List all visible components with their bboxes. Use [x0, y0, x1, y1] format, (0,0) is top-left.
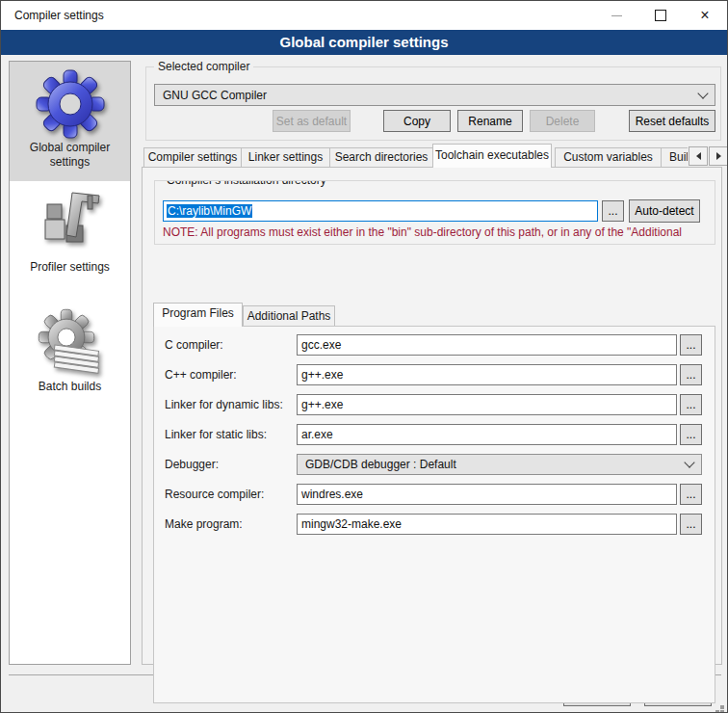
selected-compiler-group: Selected compiler GNU GCC Compiler Set a… — [145, 66, 721, 141]
tab-search-directories[interactable]: Search directories — [329, 147, 433, 168]
debugger-select-value: GDB/CDB debugger : Default — [305, 458, 686, 471]
compiler-select[interactable]: GNU GCC Compiler — [154, 84, 715, 106]
tab-compiler-settings[interactable]: Compiler settings — [143, 147, 242, 168]
subtab-program-files[interactable]: Program Files — [153, 303, 243, 327]
dynamic-linker-input[interactable] — [297, 394, 677, 415]
field-label: Make program: — [165, 517, 243, 531]
blue-gear-icon — [34, 67, 107, 141]
resize-grip[interactable] — [720, 705, 724, 709]
field-label: Linker for static libs: — [165, 428, 267, 441]
resource-compiler-browse-button[interactable]: ... — [680, 484, 702, 505]
maximize-icon — [655, 10, 666, 21]
chevron-down-icon — [684, 457, 694, 467]
dialog-header: Global compiler settings — [1, 30, 727, 55]
field-label: Resource compiler: — [165, 488, 264, 501]
minimize-button[interactable] — [594, 1, 638, 30]
maximize-button[interactable] — [638, 1, 683, 30]
subtab-additional-paths[interactable]: Additional Paths — [243, 305, 335, 327]
category-label: Global compiler settings — [10, 141, 130, 170]
tab-scroll-right-button[interactable] — [709, 146, 728, 166]
cpp-compiler-input[interactable] — [297, 364, 677, 385]
minimize-icon — [611, 15, 622, 16]
field-label: Debugger: — [165, 458, 219, 471]
field-row-static-linker: Linker for static libs: ... — [154, 424, 715, 445]
c-compiler-browse-button[interactable]: ... — [680, 334, 702, 356]
tab-scroll-left-button[interactable] — [689, 146, 708, 166]
debugger-select[interactable]: GDB/CDB debugger : Default — [297, 454, 702, 475]
install-dir-selected-text: C:\raylib\MinGW — [167, 204, 252, 218]
resource-compiler-input[interactable] — [297, 484, 677, 505]
field-row-make-program: Make program: ... — [154, 514, 715, 535]
reset-defaults-button[interactable]: Reset defaults — [629, 110, 715, 132]
category-label: Batch builds — [10, 380, 130, 394]
dialog-header-title: Global compiler settings — [279, 34, 448, 50]
profiler-caliper-icon — [34, 187, 107, 260]
category-label: Profiler settings — [10, 260, 130, 275]
arrow-right-icon — [716, 152, 721, 160]
installation-directory-group: Compiler's installation directory C:\ray… — [154, 180, 715, 245]
delete-button[interactable]: Delete — [530, 110, 595, 132]
category-batch-builds[interactable]: Batch builds — [10, 301, 130, 420]
close-button[interactable]: × — [683, 1, 727, 30]
group-label: Selected compiler — [154, 60, 253, 73]
field-label: C++ compiler: — [165, 368, 237, 382]
field-row-c-compiler: C compiler: ... — [154, 334, 715, 356]
compiler-settings-window: Compiler settings × Global compiler sett… — [0, 0, 728, 713]
auto-detect-button[interactable]: Auto-detect — [629, 199, 700, 223]
tab-custom-variables[interactable]: Custom variables — [555, 147, 662, 168]
program-files-panel: C compiler: ... C++ compiler: ... Linker… — [153, 326, 715, 703]
field-row-debugger: Debugger: GDB/CDB debugger : Default — [154, 454, 715, 475]
toolchain-executables-panel: Compiler's installation directory C:\ray… — [142, 167, 722, 665]
batch-builds-gear-icon — [34, 306, 107, 380]
field-row-dynamic-linker: Linker for dynamic libs: ... — [154, 394, 715, 415]
static-linker-browse-button[interactable]: ... — [680, 424, 702, 445]
dialog-body: Global compiler settings — [1, 55, 727, 712]
settings-category-list: Global compiler settings — [9, 61, 131, 665]
category-global-compiler-settings[interactable]: Global compiler settings — [10, 62, 130, 181]
copy-button[interactable]: Copy — [383, 110, 451, 132]
titlebar: Compiler settings × — [1, 1, 727, 30]
category-profiler-settings[interactable]: Profiler settings — [10, 181, 130, 301]
dynamic-linker-browse-button[interactable]: ... — [680, 394, 702, 415]
field-label: Linker for dynamic libs: — [165, 398, 283, 411]
compiler-select-value: GNU GCC Compiler — [163, 89, 699, 102]
tab-linker-settings[interactable]: Linker settings — [241, 147, 330, 168]
arrow-left-icon — [696, 152, 701, 160]
close-icon: × — [700, 8, 709, 23]
window-title: Compiler settings — [14, 9, 104, 22]
field-label: C compiler: — [165, 338, 223, 352]
caption-buttons: × — [594, 1, 727, 30]
install-dir-note: NOTE: All programs must exist either in … — [163, 225, 712, 239]
field-row-resource-compiler: Resource compiler: ... — [154, 484, 715, 505]
cpp-compiler-browse-button[interactable]: ... — [680, 364, 702, 385]
install-dir-browse-button[interactable]: ... — [602, 200, 624, 222]
chevron-down-icon — [697, 88, 708, 98]
tab-toolchain-executables[interactable]: Toolchain executables — [432, 144, 552, 168]
field-row-cpp-compiler: C++ compiler: ... — [154, 364, 715, 385]
install-dir-input[interactable]: C:\raylib\MinGW — [163, 200, 598, 222]
set-as-default-button[interactable]: Set as default — [273, 110, 351, 132]
c-compiler-input[interactable] — [297, 334, 677, 356]
tab-build-options[interactable]: Build — [661, 147, 688, 168]
rename-button[interactable]: Rename — [457, 110, 523, 132]
make-program-browse-button[interactable]: ... — [680, 514, 702, 535]
group-label: Compiler's installation directory — [163, 180, 330, 187]
make-program-input[interactable] — [297, 514, 677, 535]
static-linker-input[interactable] — [297, 424, 677, 445]
